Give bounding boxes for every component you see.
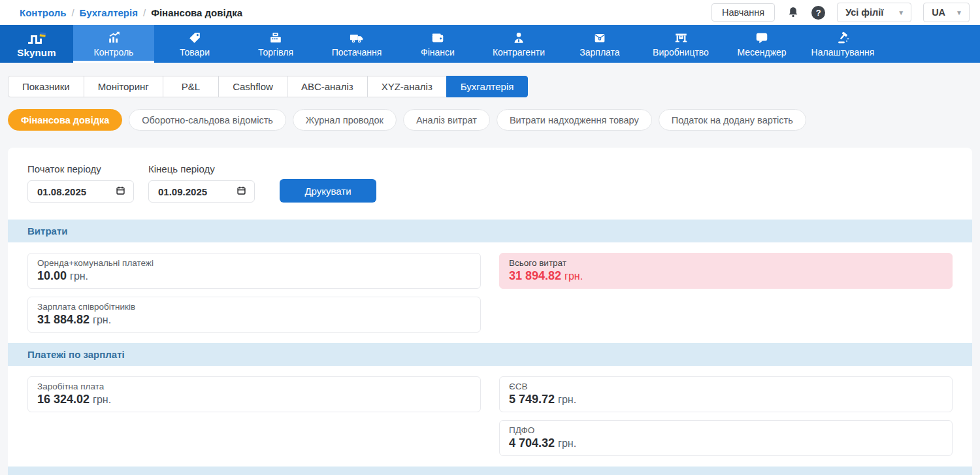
pill-vat[interactable]: Податок на додану вартість [659,109,806,131]
card-unit: грн. [558,438,576,449]
nav-item-goods[interactable]: Товари [154,25,235,63]
card-value: 31 884.82 [37,313,90,326]
card-esv: ЄСВ 5 749.72грн. [499,376,953,412]
nav-item-label: Налаштування [811,47,875,57]
card-employee-salary-expense: Зарплата співробітників 31 884.82грн. [27,297,481,333]
nav-item-label: Товари [180,47,210,57]
breadcrumb-link-control[interactable]: Контроль [20,7,66,18]
brand-logo[interactable]: Skynum [0,25,73,63]
breadcrumb-separator: / [71,7,74,18]
training-button[interactable]: Навчання [711,3,775,22]
chart-up-icon [106,31,122,45]
chevron-down-icon: ▼ [956,9,962,16]
nav-item-label: Контрагенти [493,47,545,57]
pill-financial-reference[interactable]: Фінансова довідка [8,109,122,131]
calendar-icon[interactable] [237,186,246,197]
calendar-icon[interactable] [116,186,125,197]
nav-item-label: Месенджер [737,47,786,57]
period-filters: Початок періоду 01.08.2025 Кінець період… [8,148,972,220]
report-pills: Фінансова довідка Оборотно-сальдова відо… [8,109,980,131]
period-start-group: Початок періоду 01.08.2025 [27,163,134,203]
nav-item-settings[interactable]: Налаштування [802,25,883,63]
card-wages: Заробітна плата 16 324.02грн. [27,376,481,412]
factory-icon [674,31,689,45]
tag-icon [188,31,202,45]
nav-item-label: Контроль [94,47,134,57]
tools-icon [836,31,851,45]
main-nav: Skynum Контроль Товари Торгівля Постачан… [0,25,980,63]
nav-item-supply[interactable]: Постачання [316,25,397,63]
nav-item-trade[interactable]: Торгівля [235,25,316,63]
tab-pnl[interactable]: P&L [163,76,219,97]
nav-item-finance[interactable]: Фінанси [397,25,478,63]
branch-select-value: Усі філії [845,7,883,18]
tab-monitoring[interactable]: Моніторинг [84,76,163,97]
nav-item-messenger[interactable]: Месенджер [721,25,802,63]
breadcrumb: Контроль / Бухгалтерія / Фінансова довід… [20,7,242,18]
wallet-icon [431,31,445,45]
period-start-input[interactable]: 01.08.2025 [27,180,134,203]
nav-item-salary[interactable]: Зарплата [559,25,640,63]
section-header-partial [8,467,972,475]
payslip-icon [593,31,607,45]
nav-item-label: Виробництво [653,47,709,57]
language-select[interactable]: UA ▼ [923,3,970,22]
card-label: Зарплата співробітників [37,302,471,312]
pill-journal-entries[interactable]: Журнал проводок [293,109,397,131]
card-rent-utilities: Оренда+комунальні платежі 10.00грн. [27,253,481,289]
card-unit: грн. [93,394,111,405]
card-unit: грн. [558,394,576,405]
breadcrumb-current: Фінансова довідка [151,7,242,18]
print-button[interactable]: Друкувати [280,179,376,203]
card-label: Заробітна плата [37,382,471,391]
branch-select[interactable]: Усі філії ▼ [837,3,911,22]
card-unit: грн. [564,270,583,282]
language-select-value: UA [932,7,945,18]
nav-item-label: Фінанси [421,47,455,57]
card-value: 5 749.72 [509,393,555,406]
truck-icon [349,31,365,45]
period-end-value: 01.09.2025 [158,186,207,197]
period-end-group: Кінець періоду 01.09.2025 [148,163,255,203]
nav-item-counterparties[interactable]: Контрагенти [478,25,559,63]
cash-register-icon [269,31,283,45]
card-unit: грн. [93,314,111,325]
card-label: ЄСВ [509,382,943,391]
period-start-label: Початок періоду [27,163,134,174]
topbar: Контроль / Бухгалтерія / Фінансова довід… [0,0,980,25]
nav-item-label: Зарплата [580,47,619,57]
tab-abc-analysis[interactable]: ABC-аналіз [287,76,368,97]
card-unit: грн. [70,270,88,282]
skynum-logo-icon [25,32,48,46]
chat-icon [755,31,769,45]
bell-icon[interactable] [787,6,800,19]
report-panel: Початок періоду 01.08.2025 Кінець період… [8,148,972,475]
pill-goods-receipt-expenses[interactable]: Витрати надходження товару [497,109,652,131]
nav-item-label: Торгівля [258,47,293,57]
person-icon [512,31,526,45]
tab-cashflow[interactable]: Cashflow [218,76,287,97]
report-tabs: Показники Моніторинг P&L Cashflow ABC-ан… [8,76,528,97]
card-value: 31 894.82 [509,269,561,282]
pill-expense-analysis[interactable]: Аналіз витрат [403,109,490,131]
card-pdfo: ПДФО 4 704.32грн. [499,420,953,456]
nav-item-production[interactable]: Виробництво [640,25,721,63]
period-end-label: Кінець періоду [148,163,255,174]
nav-item-control[interactable]: Контроль [73,25,154,63]
card-label: ПДФО [509,425,943,435]
breadcrumb-link-accounting[interactable]: Бухгалтерія [80,7,138,18]
help-icon[interactable]: ? [811,6,825,20]
section-header-salary-payments: Платежі по зарплаті [8,343,972,366]
card-value: 4 704.32 [509,436,555,450]
pill-trial-balance[interactable]: Оборотно-сальдова відомість [129,109,286,131]
tab-indicators[interactable]: Показники [8,76,84,97]
topbar-controls: Навчання ? Усі філії ▼ UA ▼ [711,3,970,22]
tab-xyz-analysis[interactable]: XYZ-аналіз [367,76,447,97]
period-end-input[interactable]: 01.09.2025 [148,180,255,203]
chevron-down-icon: ▼ [898,9,904,16]
card-value: 10.00 [37,269,67,282]
tab-accounting[interactable]: Бухгалтерія [446,76,529,97]
nav-item-label: Постачання [332,47,382,57]
expenses-cards: Оренда+комунальні платежі 10.00грн. Всьо… [8,242,972,343]
breadcrumb-separator: / [143,7,146,18]
